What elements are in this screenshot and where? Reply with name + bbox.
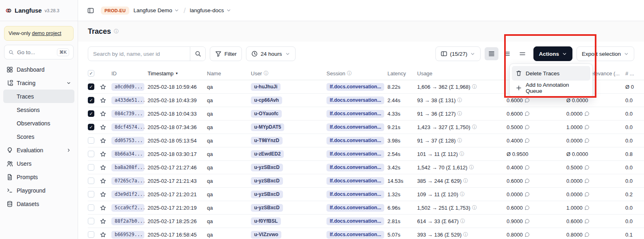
column-header-id[interactable]: ID bbox=[111, 70, 148, 77]
user-badge[interactable]: u-yzSBxcD bbox=[251, 204, 283, 212]
row-checkbox[interactable]: ✓ bbox=[88, 110, 94, 117]
sidebar-item-dashboard[interactable]: Dashboard bbox=[3, 63, 74, 76]
trace-id-badge[interactable]: 8b66a34... bbox=[111, 150, 144, 158]
sidebar-item-tracing[interactable]: Tracing bbox=[3, 76, 74, 90]
sidebar-item-playground[interactable]: Playground bbox=[3, 184, 74, 197]
user-badge[interactable]: u-zEwdED2 bbox=[251, 150, 284, 158]
session-badge[interactable]: lf.docs.conversation... bbox=[326, 83, 384, 91]
favorite-star-icon[interactable] bbox=[100, 151, 106, 157]
row-checkbox[interactable]: ✓ bbox=[88, 124, 94, 130]
session-badge[interactable]: lf.docs.conversation... bbox=[326, 231, 384, 239]
session-badge[interactable]: lf.docs.conversation... bbox=[326, 150, 384, 158]
row-checkbox[interactable] bbox=[88, 231, 94, 238]
table-row[interactable]: ✓ 8dcf4574... 2025-02-18 07:34:36 qa u-M… bbox=[88, 121, 644, 134]
trace-id-badge[interactable]: 084c739... bbox=[111, 110, 144, 118]
user-badge[interactable]: u-yzSBxcD bbox=[251, 164, 283, 171]
row-checkbox[interactable] bbox=[88, 178, 94, 184]
trace-id-badge[interactable]: a433de51... bbox=[111, 96, 144, 104]
demo-project-link[interactable]: demo project bbox=[32, 31, 61, 36]
favorite-star-icon[interactable] bbox=[100, 124, 106, 130]
goto-button[interactable]: Go to... ⌘K bbox=[4, 45, 74, 59]
favorite-star-icon[interactable] bbox=[100, 191, 106, 197]
column-header-count[interactable]: # ... bbox=[625, 70, 644, 77]
user-badge[interactable]: u-yzSBxcD bbox=[251, 177, 283, 185]
row-checkbox[interactable] bbox=[88, 191, 94, 197]
menu-item-delete-traces[interactable]: Delete Traces bbox=[512, 66, 590, 81]
row-height-tall-button[interactable] bbox=[516, 47, 529, 60]
row-height-compact-button[interactable] bbox=[485, 47, 498, 60]
project-selector[interactable]: langfuse-docs bbox=[190, 7, 231, 13]
favorite-star-icon[interactable] bbox=[100, 205, 106, 211]
favorite-star-icon[interactable] bbox=[100, 178, 106, 184]
select-all-checkbox[interactable]: ✓ bbox=[88, 70, 94, 77]
user-badge[interactable]: u-MYpDAT5 bbox=[251, 123, 284, 131]
column-header-name[interactable]: Name bbox=[207, 70, 251, 77]
row-checkbox[interactable] bbox=[88, 164, 94, 171]
session-badge[interactable]: lf.docs.conversation... bbox=[326, 204, 384, 212]
session-badge[interactable]: lf.docs.conversation... bbox=[326, 96, 384, 104]
sidebar-item-evaluation[interactable]: Evaluation bbox=[3, 143, 74, 157]
favorite-star-icon[interactable] bbox=[100, 97, 106, 103]
row-checkbox[interactable] bbox=[88, 218, 94, 224]
row-checkbox[interactable]: ✓ bbox=[88, 83, 94, 90]
table-row[interactable]: d3e9d1f2... 2025-02-17 21:20:21 qa u-yzS… bbox=[88, 188, 644, 201]
sidebar-item-observations[interactable]: Observations bbox=[3, 116, 74, 130]
row-checkbox[interactable] bbox=[88, 137, 94, 144]
table-row[interactable]: ba8a208f... 2025-02-17 21:27:46 qa u-yzS… bbox=[88, 161, 644, 174]
table-row[interactable]: 5cca9cf2... 2025-02-17 21:20:19 qa u-yzS… bbox=[88, 201, 644, 215]
export-selection-button[interactable]: Export selection bbox=[577, 46, 634, 61]
table-row[interactable]: ✓ 084c739... 2025-02-18 10:04:33 qa u-OY… bbox=[88, 107, 644, 121]
row-height-medium-button[interactable] bbox=[500, 47, 514, 60]
user-badge[interactable]: u-VIZzvwo bbox=[251, 231, 281, 239]
favorite-star-icon[interactable] bbox=[100, 232, 106, 238]
user-badge[interactable]: u-OYauofc bbox=[251, 110, 282, 118]
user-badge[interactable]: u-f0YfBSL bbox=[251, 217, 281, 225]
table-row[interactable]: b669529... 2025-02-17 16:58:45 qa u-VIZz… bbox=[88, 228, 644, 239]
search-button[interactable] bbox=[190, 47, 205, 61]
column-header-user[interactable]: Userⓘ bbox=[251, 70, 326, 77]
trace-id-badge[interactable]: 88f2a7b0... bbox=[111, 217, 144, 225]
row-checkbox[interactable]: ✓ bbox=[88, 97, 94, 103]
favorite-star-icon[interactable] bbox=[100, 164, 106, 171]
row-checkbox[interactable] bbox=[88, 151, 94, 157]
user-badge[interactable]: u-yzSBxcD bbox=[251, 191, 283, 198]
session-badge[interactable]: lf.docs.conversation... bbox=[326, 164, 384, 171]
column-header-usage[interactable]: Usage bbox=[417, 70, 507, 77]
session-badge[interactable]: lf.docs.conversation... bbox=[326, 191, 384, 198]
table-row[interactable]: 88f2a7b0... 2025-02-17 18:25:26 qa u-f0Y… bbox=[88, 215, 644, 228]
column-header-latency[interactable]: Latency bbox=[387, 70, 417, 77]
actions-button[interactable]: Actions bbox=[533, 46, 572, 61]
trace-id-badge[interactable]: 8dcf4574... bbox=[111, 123, 144, 131]
column-header-session[interactable]: Sessionⓘ bbox=[326, 70, 387, 77]
session-badge[interactable]: lf.docs.conversation... bbox=[326, 137, 384, 145]
session-badge[interactable]: lf.docs.conversation... bbox=[326, 177, 384, 185]
row-checkbox[interactable] bbox=[88, 204, 94, 211]
sidebar-toggle-button[interactable] bbox=[85, 4, 97, 17]
table-row[interactable]: 07265c7a... 2025-02-17 21:21:43 qa u-yzS… bbox=[88, 174, 644, 188]
sidebar-item-scores[interactable]: Scores bbox=[3, 130, 74, 143]
user-badge[interactable]: u-huJhuJi bbox=[251, 83, 281, 91]
user-badge[interactable]: u-T98YnzD bbox=[251, 137, 283, 145]
table-row[interactable]: dd05753... 2025-02-18 05:13:54 qa u-T98Y… bbox=[88, 134, 644, 147]
user-badge[interactable]: u-cp66Avh bbox=[251, 96, 282, 104]
favorite-star-icon[interactable] bbox=[100, 218, 106, 224]
favorite-star-icon[interactable] bbox=[100, 111, 106, 117]
favorite-star-icon[interactable] bbox=[100, 84, 106, 90]
menu-item-add-to-annotation-queue[interactable]: Add to Annotation Queue bbox=[512, 81, 590, 95]
sidebar-item-prompts[interactable]: Prompts bbox=[3, 170, 74, 184]
trace-id-badge[interactable]: 07265c7a... bbox=[111, 177, 144, 185]
table-row[interactable]: 8b66a34... 2025-02-18 03:30:17 qa u-zEwd… bbox=[88, 147, 644, 161]
trace-id-badge[interactable]: d3e9d1f2... bbox=[111, 191, 144, 198]
favorite-star-icon[interactable] bbox=[100, 138, 106, 144]
search-input[interactable] bbox=[88, 47, 190, 61]
sidebar-item-users[interactable]: Users bbox=[3, 157, 74, 170]
trace-id-badge[interactable]: 5cca9cf2... bbox=[111, 204, 144, 212]
column-header-timestamp[interactable]: Timestamp ▼ bbox=[148, 70, 207, 77]
trace-id-badge[interactable]: ba8a208f... bbox=[111, 164, 144, 171]
session-badge[interactable]: lf.docs.conversation... bbox=[326, 110, 384, 118]
time-range-button[interactable]: 24 hours bbox=[246, 46, 296, 61]
sidebar-item-datasets[interactable]: Datasets bbox=[3, 197, 74, 210]
trace-id-badge[interactable]: a0cd0d9... bbox=[111, 83, 144, 91]
session-badge[interactable]: lf.docs.conversation... bbox=[326, 123, 384, 131]
trace-id-badge[interactable]: b669529... bbox=[111, 231, 144, 239]
